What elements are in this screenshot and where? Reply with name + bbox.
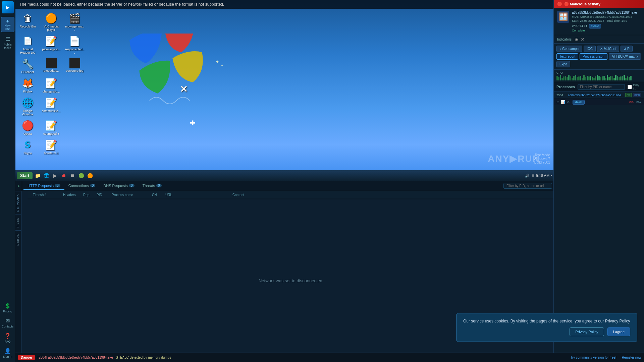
app-logo[interactable]: ▶ [2,1,14,13]
sample-details: a68a853fdb8d2d5ed774bb57a5511984.exe MD5… [572,11,641,32]
malicious-icon: 🛑 [557,2,562,6]
text-report-button[interactable]: Text report [556,53,578,60]
desktop-icon-opera[interactable]: 🔴 Opera [17,118,39,137]
new-task-button[interactable]: + New task [1,17,14,32]
indicator-close-icon[interactable]: ✕ [581,37,585,42]
cookie-notice: Our service uses cookies. By visiting th… [456,313,637,342]
malconf-button[interactable]: ✕ MalConf [597,46,619,52]
desktop-icon-acrobat[interactable]: 📄 Acrobat Reader DC [17,34,39,56]
panel-collapse-btn[interactable]: ▲ [15,181,22,191]
col-headers: Headers [60,192,80,197]
tab-http-requests[interactable]: HTTP Requests 0 [23,182,64,190]
desktop-icon-ccleaner[interactable]: 🔧 CCleaner [17,56,39,75]
desktop-icon-rateupdate[interactable]: rateupdate... [40,56,62,75]
processes-filter-input[interactable] [578,84,625,90]
status-filename[interactable]: [2504] a68a853fdb8d2d5ed774bb57a5511984.… [38,356,113,359]
privacy-policy-button[interactable]: Privacy Policy [570,327,604,336]
desktop-icon-firefox[interactable]: 🦊 Firefox [17,76,39,95]
desktop-icons: 🗑 Recycle Bin 🟠 VLC media player 🎬 movie… [17,11,87,156]
process-icon-x[interactable]: ✕ [567,100,570,104]
taskbar-icon-folder[interactable]: 📁 [34,172,41,179]
taskbar-icon-firefox[interactable]: 🟠 [86,172,94,179]
communsite-icon: 📝 [45,97,57,109]
cpu-bar-38 [619,77,620,80]
seniorpro-icon [69,58,80,68]
sidebar-item-faq[interactable]: ❓ FAQ [1,331,14,345]
taskbar-icon-stop[interactable]: ⏹ [69,172,76,179]
cpu-bar-27 [600,77,601,80]
desktop-icon-seniorpro[interactable]: seniorpro.jpg [64,56,86,75]
tab-connections[interactable]: Connections 0 [64,182,100,190]
desktop-icon-movie[interactable]: 🎬 moviegenma... [64,11,86,33]
start-button[interactable]: Start [17,172,33,179]
export-button[interactable]: Expo [556,61,570,67]
tabs-row: ▲ HTTP Requests 0 Connections 0 DNS Requ… [15,181,553,191]
opera-icon: 🔴 [22,119,34,131]
chrome-icon: 🌐 [22,97,34,109]
palm-icon: 📝 [45,35,57,47]
sidebar-item-contacts[interactable]: ✉ Contacts [1,316,14,330]
taskbar-icon-record[interactable]: ⏺ [60,172,67,179]
register-link[interactable]: Register now [622,356,641,359]
taskbar-show-desktop[interactable]: ▪ [551,174,552,178]
taskbar-icon-chrome[interactable]: 🟢 [77,172,85,179]
desktop-icon-skype[interactable]: 𝗦 Skype [17,137,39,156]
desktop-icon-palm[interactable]: 📝 palmlargest... [40,34,62,56]
tab-dns-requests[interactable]: DNS Requests 0 [99,182,138,190]
desktop-icon-chrome[interactable]: 🌐 Google Chrome [17,95,39,117]
cpu-bar-6 [565,76,566,80]
hourterm-icon: 📝 [45,139,57,151]
desktop-icon-courtgood[interactable]: 📝 courtgood.it [40,118,62,137]
tab-filter-input[interactable] [503,183,552,189]
cpu-bar-7 [567,77,568,80]
stealc-badge: stealc [589,24,601,28]
desktop-area: The media could not be loaded, either be… [15,0,553,181]
taskbar-icon-play[interactable]: ▶ [51,172,59,179]
cookie-text: Our service uses cookies. By visiting th… [463,319,630,323]
main-area: The media could not be loaded, either be… [15,0,644,362]
attack-matrix-button[interactable]: ATT&CK™ matrix [609,53,641,60]
process-icon-chart[interactable]: 📊 [561,100,566,104]
cpu-bar-1 [556,76,558,80]
desktop-icon-hourterm[interactable]: 📝 hourterm.it [40,137,62,156]
sidebar-item-signin[interactable]: 👤 Sign In [1,346,14,360]
cpu-bar-17 [583,75,585,80]
sidebar-item-pricing[interactable]: 💲 Pricing [1,301,14,315]
test-mode-info: Test Mode Windows 7 Build 7601 [534,153,550,164]
process-icon-target[interactable]: ⊙ [556,100,559,104]
indicator-expand-icon[interactable]: ⊞ [575,37,579,42]
desktop-icon-recycle-bin[interactable]: 🗑 Recycle Bin [17,11,39,33]
files-label: FILES [15,215,21,230]
i-agree-button[interactable]: I agree [607,327,630,336]
cpu-bar-18 [585,77,586,80]
firefox-icon: 🦊 [22,77,34,89]
cpu-bar-28 [602,76,603,80]
rerun-button[interactable]: ↺ R [621,46,633,52]
cpu-bar-45 [630,76,632,80]
cpu-bar-20 [588,76,590,80]
vlc-icon: 🟠 [45,12,57,24]
only-checkbox[interactable] [628,85,632,89]
ioc-button[interactable]: IOC [584,46,596,52]
community-link[interactable]: Try community version for free! [570,356,616,359]
taskbar-network-icon: 🖥 [531,174,535,178]
sidebar-item-public-tasks[interactable]: ☰ Public tasks [1,34,14,52]
anyrun-watermark: ANY▶RUN [488,153,540,164]
complete-status: Complete [572,29,641,32]
cpu-bar-4 [561,78,563,80]
cpu-bar-35 [613,78,615,80]
process-graph-button[interactable]: Process graph [580,53,607,60]
taskbar-right: 🔊 🖥 9:18 AM ▪ [525,174,552,178]
get-sample-button[interactable]: ↓ Get sample [556,46,582,52]
collapse-arrow: ▲ [17,184,20,188]
cpu-bar-8 [568,75,570,80]
taskbar-icon-ie[interactable]: 🌐 [43,172,50,179]
desktop-icon-communsite[interactable]: 📝 communsite... [40,95,62,117]
desktop-icon-responsible[interactable]: 📄 responsibled... [64,34,86,56]
tab-threats[interactable]: Threats 0 [139,182,166,190]
process-row[interactable]: 2504 a68a853fdb8d2d5ed774bb57a5511984.ex… [554,92,644,99]
cpu-bar-3 [560,75,561,80]
desktop-icon-changesbo[interactable]: 📝 changesbo... [40,76,62,95]
status-bar: Danger [2504] a68a853fdb8d2d5ed774bb57a5… [15,353,644,362]
desktop-icon-vlc[interactable]: 🟠 VLC media player [40,11,62,33]
